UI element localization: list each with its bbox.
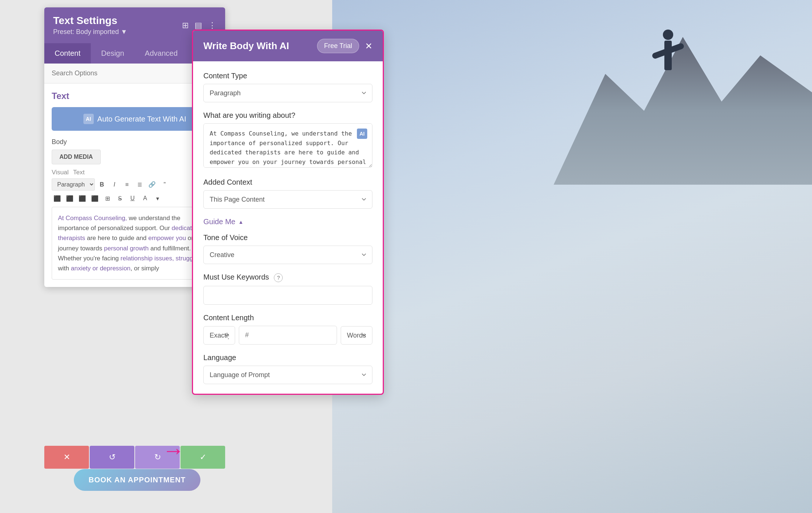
panel-header-icons: ⊞ ▤ ⋮: [182, 21, 216, 30]
underline-button[interactable]: U: [127, 193, 138, 204]
align-justify-button[interactable]: ⬛: [89, 193, 100, 204]
ol-button[interactable]: ≣: [134, 179, 145, 190]
more-icon[interactable]: ⋮: [208, 21, 216, 30]
content-type-select[interactable]: Paragraph List Bullet Points Numbered Li…: [203, 84, 372, 102]
guide-me-arrow: ▲: [238, 219, 244, 225]
writing-about-group: What are you writing about? At Compass C…: [203, 111, 372, 169]
keywords-help-icon[interactable]: ?: [274, 273, 283, 282]
tone-of-voice-select[interactable]: Creative Professional Casual Formal Frie…: [203, 246, 372, 264]
tone-of-voice-label: Tone of Voice: [203, 233, 372, 242]
keywords-group: Must Use Keywords ?: [203, 273, 372, 305]
text-label[interactable]: Text: [73, 169, 85, 176]
ul-button[interactable]: ≡: [121, 179, 133, 190]
content-length-group: Content Length Exactly At least At most …: [203, 314, 372, 345]
tab-design[interactable]: Design: [91, 43, 134, 64]
more-format-button[interactable]: ▾: [152, 193, 163, 204]
visual-label[interactable]: Visual: [52, 169, 69, 176]
free-trial-badge: Free Trial: [317, 39, 359, 53]
cancel-button[interactable]: ✕: [44, 446, 89, 469]
arrow-pointer: →: [162, 438, 185, 463]
textarea-wrapper: At Compass Counseling, we understand the…: [203, 123, 372, 169]
tab-advanced[interactable]: Advanced: [134, 43, 188, 64]
writing-about-textarea[interactable]: At Compass Counseling, we understand the…: [203, 123, 372, 168]
bottom-action-bar: ✕ ↺ ↻ ✓: [44, 446, 225, 469]
textarea-ai-badge: AI: [357, 129, 367, 139]
added-context-select[interactable]: This Page Content None Custom: [203, 190, 372, 209]
added-context-label: Added Context: [203, 178, 372, 187]
quote-button[interactable]: ": [159, 179, 170, 190]
layout-icon[interactable]: ▤: [195, 21, 202, 30]
content-length-row: Exactly At least At most About Words Sen…: [203, 326, 372, 345]
save-button[interactable]: ✓: [180, 446, 225, 469]
content-type-group: Content Type Paragraph List Bullet Point…: [203, 72, 372, 102]
ai-icon: AI: [83, 114, 94, 124]
language-label: Language: [203, 353, 372, 362]
modal-body: Content Type Paragraph List Bullet Point…: [193, 61, 383, 394]
guide-me-link[interactable]: Guide Me ▲: [203, 218, 372, 226]
ai-modal: Write Body With AI Free Trial ✕ Content …: [192, 30, 384, 395]
link-button[interactable]: 🔗: [147, 179, 158, 190]
modal-header: Write Body With AI Free Trial ✕: [193, 31, 383, 61]
exactly-select[interactable]: Exactly At least At most About: [203, 326, 235, 345]
align-right-button[interactable]: ⬛: [77, 193, 88, 204]
modal-close-button[interactable]: ✕: [365, 41, 372, 51]
modal-header-right: Free Trial ✕: [317, 39, 372, 53]
background-scene: [332, 0, 812, 513]
content-type-label: Content Type: [203, 72, 372, 80]
table-button[interactable]: ⊞: [102, 193, 113, 204]
paragraph-select[interactable]: Paragraph: [52, 178, 95, 191]
color-button[interactable]: A: [140, 193, 151, 204]
panel-title: Text Settings: [53, 15, 127, 27]
mountain-graphic: [554, 0, 812, 185]
writing-about-label: What are you writing about?: [203, 111, 372, 120]
italic-button[interactable]: I: [109, 179, 120, 190]
strikethrough-button[interactable]: S̶: [114, 193, 125, 204]
panel-subtitle: Preset: Body imported ▼: [53, 28, 127, 36]
content-length-label: Content Length: [203, 314, 372, 322]
words-select[interactable]: Words Sentences Paragraphs: [341, 326, 372, 345]
tone-of-voice-group: Tone of Voice Creative Professional Casu…: [203, 233, 372, 264]
add-media-button[interactable]: ADD MEDIA: [52, 150, 101, 164]
guide-me-label: Guide Me: [203, 218, 235, 226]
keywords-input[interactable]: [203, 286, 372, 305]
ai-generate-label: Auto Generate Text With AI: [97, 115, 186, 123]
expand-icon[interactable]: ⊞: [182, 21, 189, 30]
undo-button[interactable]: ↺: [90, 446, 134, 469]
keywords-label: Must Use Keywords ?: [203, 273, 372, 282]
align-left-button[interactable]: ⬛: [52, 193, 63, 204]
figure-graphic: [653, 30, 683, 103]
added-context-group: Added Context This Page Content None Cus…: [203, 178, 372, 209]
tab-content[interactable]: Content: [44, 43, 91, 64]
bold-button[interactable]: B: [96, 179, 107, 190]
language-group: Language Language of Prompt English Span…: [203, 353, 372, 384]
search-input[interactable]: [52, 69, 197, 77]
language-select[interactable]: Language of Prompt English Spanish Frenc…: [203, 366, 372, 384]
number-input[interactable]: [239, 326, 337, 345]
section-title: Text: [52, 91, 69, 101]
modal-title: Write Body With AI: [203, 40, 289, 52]
align-center-button[interactable]: ⬛: [64, 193, 75, 204]
book-appointment-button[interactable]: BOOK AN APPOINTMENT: [74, 469, 200, 491]
